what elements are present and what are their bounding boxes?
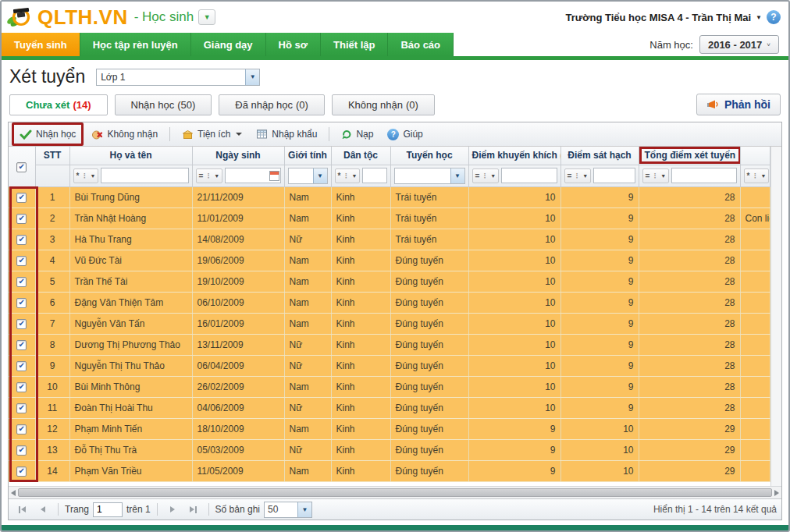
filter-input-total[interactable]: [671, 168, 736, 183]
row-checkbox[interactable]: [16, 214, 27, 224]
table-row[interactable]: 9Nguyễn Thị Thu Thảo06/04/2009NữKinhĐúng…: [9, 355, 770, 376]
toolbar-button[interactable]: Tiện ích: [176, 125, 248, 144]
row-checkbox[interactable]: [16, 235, 27, 245]
page-size-select[interactable]: 50 ▼: [264, 502, 312, 518]
toolbar-button[interactable]: ?Giúp: [381, 125, 429, 144]
toolbar-separator: [329, 127, 329, 141]
cell-track: Đúng tuyến: [390, 376, 468, 397]
status-tab[interactable]: Nhận học(50): [115, 94, 212, 115]
nav-tab[interactable]: Báo cáo: [388, 33, 454, 56]
table-row[interactable]: 1Bùi Trung Dũng21/11/2009NamKinhTrái tuy…: [9, 186, 770, 207]
class-select[interactable]: Lớp 1 ▼: [96, 69, 260, 86]
select-all-checkbox[interactable]: [16, 162, 27, 172]
filter-operator-button[interactable]: =⋮▼: [472, 168, 500, 183]
nav-tab[interactable]: Thiết lập: [321, 33, 388, 56]
filter-cell-name: *⋮▼: [69, 165, 192, 186]
horizontal-scrollbar[interactable]: [9, 486, 781, 498]
table-row[interactable]: 2Trần Nhật Hoàng11/01/2009NamKinhTrái tu…: [9, 207, 770, 229]
filter-input-ethnic[interactable]: [362, 168, 386, 183]
cell-stt: 14: [35, 460, 69, 481]
column-header-stt[interactable]: STT: [35, 147, 69, 165]
filter-select-gender[interactable]: ▼: [288, 168, 328, 184]
table-row[interactable]: 11Đoàn Thị Hoài Thu04/06/2009NữKinhĐúng …: [9, 397, 770, 418]
scrollbar-thumb[interactable]: [18, 488, 772, 497]
page-number-input[interactable]: [93, 502, 123, 517]
row-checkbox[interactable]: [16, 340, 27, 350]
cell-total: 28: [639, 334, 740, 355]
feedback-button[interactable]: Phản hồi: [696, 94, 781, 115]
status-tab[interactable]: Đã nhập học(0): [219, 94, 325, 115]
calendar-icon[interactable]: [269, 171, 279, 181]
nav-tab[interactable]: Học tập rèn luyện: [80, 33, 191, 56]
row-checkbox[interactable]: [16, 193, 27, 203]
table-row[interactable]: 7Nguyễn Văn Tấn16/01/2009NamKinhĐúng tuy…: [9, 313, 770, 334]
scroll-right-icon[interactable]: [774, 490, 779, 496]
filter-operator-button[interactable]: =⋮▼: [196, 168, 223, 183]
filter-operator-button[interactable]: *⋮▼: [73, 168, 99, 183]
column-header-track[interactable]: Tuyến học: [390, 147, 468, 165]
cell-total: 28: [639, 250, 740, 271]
filter-input-exam[interactable]: [593, 168, 635, 183]
vertical-scrollbar[interactable]: [770, 147, 781, 486]
toolbar-button[interactable]: Nhận học: [12, 122, 84, 146]
filter-operator-button[interactable]: =⋮▼: [564, 168, 592, 183]
row-checkbox[interactable]: [16, 256, 27, 266]
toolbar-button[interactable]: Nạp: [335, 125, 379, 144]
module-dropdown-button[interactable]: ▼: [198, 9, 215, 25]
cell-dob: 06/10/2009: [192, 292, 284, 313]
table-row[interactable]: 12Phạm Minh Tiến18/10/2009NamKinhĐúng tu…: [9, 418, 770, 439]
row-checkbox[interactable]: [16, 361, 27, 371]
help-icon[interactable]: ?: [767, 10, 781, 24]
status-tab[interactable]: Chưa xét(14): [9, 94, 108, 115]
cell-bonus: 10: [468, 397, 560, 418]
column-header-name[interactable]: Họ và tên: [69, 147, 192, 165]
row-checkbox[interactable]: [16, 319, 27, 329]
column-header-total[interactable]: Tổng điểm xét tuyển: [639, 147, 740, 165]
filter-operator-button[interactable]: *⋮▼: [744, 168, 770, 183]
row-checkbox[interactable]: [16, 298, 27, 308]
filter-operator-button[interactable]: =⋮▼: [642, 168, 670, 183]
toolbar-button[interactable]: Nhập khẩu: [250, 125, 323, 144]
table-row[interactable]: 6Đặng Văn Thiện Tâm06/10/2009NamKinhĐúng…: [9, 292, 770, 313]
scroll-left-icon[interactable]: [11, 490, 16, 496]
nav-tab[interactable]: Tuyển sinh: [2, 33, 80, 56]
row-checkbox[interactable]: [16, 403, 27, 413]
row-checkbox[interactable]: [16, 382, 27, 392]
filter-input-bonus[interactable]: [501, 168, 557, 183]
table-row[interactable]: 14Phạm Văn Triều11/05/2009NamKinhĐúng tu…: [9, 460, 770, 481]
next-page-button[interactable]: [164, 502, 181, 517]
column-header-gender[interactable]: Giới tính: [284, 147, 331, 165]
column-header-dob[interactable]: Ngày sinh: [192, 147, 284, 165]
row-checkbox[interactable]: [16, 445, 27, 456]
column-header-sel[interactable]: [9, 147, 35, 186]
table-row[interactable]: 13Đỗ Thị Thu Trà05/03/2009NữKinhĐúng tuy…: [9, 439, 770, 460]
first-page-button[interactable]: [13, 502, 30, 517]
cell-stt: 4: [35, 250, 69, 271]
column-header-ethnic[interactable]: Dân tộc: [331, 147, 390, 165]
table-row[interactable]: 10Bùi Minh Thông26/02/2009NamKinhĐúng tu…: [9, 376, 770, 397]
column-header-exam[interactable]: Điểm sát hạch: [560, 147, 639, 165]
table-row[interactable]: 8Dương Thị Phương Thảo13/11/2009NữKinhĐú…: [9, 334, 770, 355]
school-year-select[interactable]: 2016 - 2017˅: [699, 35, 779, 54]
table-row[interactable]: 5Trần Thế Tài19/10/2009NamKinhĐúng tuyến…: [9, 271, 770, 292]
prev-page-button[interactable]: [34, 502, 52, 517]
row-checkbox[interactable]: [16, 466, 27, 477]
filter-operator-button[interactable]: *⋮▼: [335, 168, 361, 183]
toolbar-button[interactable]: Không nhận: [85, 125, 164, 144]
cell-name: Trần Thế Tài: [69, 271, 192, 292]
column-header-note[interactable]: [740, 147, 770, 165]
last-page-button[interactable]: [185, 502, 202, 517]
row-checkbox[interactable]: [16, 277, 27, 287]
school-user-menu[interactable]: Trường Tiểu học MISA 4 - Trần Thị Mai: [566, 12, 752, 23]
nav-tab[interactable]: Hồ sơ: [266, 33, 321, 56]
status-tab[interactable]: Không nhận(0): [332, 94, 435, 115]
row-checkbox[interactable]: [16, 424, 27, 434]
filter-input-name[interactable]: [101, 168, 188, 183]
nav-tab[interactable]: Giảng dạy: [191, 33, 266, 56]
cell-bonus: 10: [468, 313, 560, 334]
table-row[interactable]: 3Hà Thu Trang14/08/2009NữKinhTrái tuyến1…: [9, 229, 770, 250]
cell-stt: 1: [35, 186, 69, 207]
column-header-bonus[interactable]: Điểm khuyến khích (đ: [468, 147, 560, 165]
table-row[interactable]: 4Vũ Đức Tài19/06/2009NamKinhĐúng tuyến10…: [9, 250, 770, 271]
filter-select-track[interactable]: ▼: [394, 168, 465, 184]
